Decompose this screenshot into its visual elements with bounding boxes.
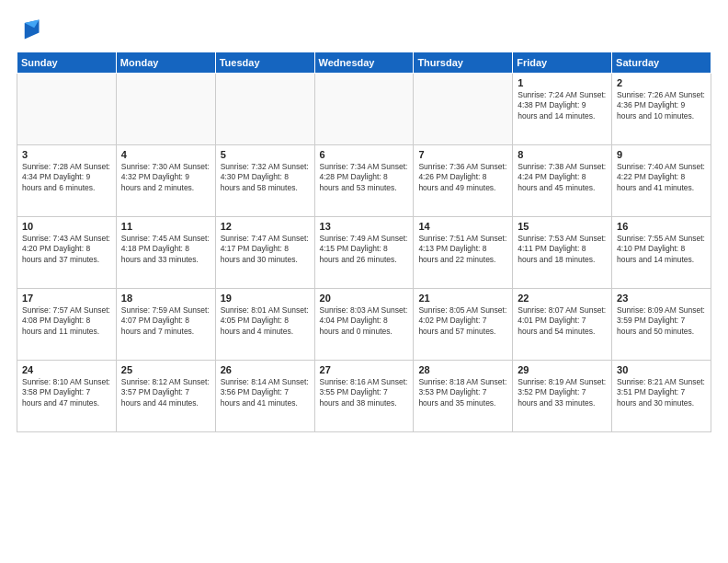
calendar-cell: 15Sunrise: 7:53 AM Sunset: 4:11 PM Dayli…	[513, 217, 612, 289]
day-info: Sunrise: 7:24 AM Sunset: 4:38 PM Dayligh…	[518, 90, 607, 121]
weekday-header-row: SundayMondayTuesdayWednesdayThursdayFrid…	[17, 52, 711, 74]
calendar-cell: 5Sunrise: 7:32 AM Sunset: 4:30 PM Daylig…	[215, 145, 314, 217]
calendar-cell: 25Sunrise: 8:12 AM Sunset: 3:57 PM Dayli…	[116, 361, 215, 432]
day-info: Sunrise: 8:01 AM Sunset: 4:05 PM Dayligh…	[221, 305, 310, 337]
day-info: Sunrise: 8:07 AM Sunset: 4:01 PM Dayligh…	[518, 305, 607, 337]
calendar-cell: 23Sunrise: 8:09 AM Sunset: 3:59 PM Dayli…	[612, 289, 711, 361]
day-number: 9	[617, 149, 706, 160]
calendar-cell: 17Sunrise: 7:57 AM Sunset: 4:08 PM Dayli…	[17, 289, 117, 361]
day-info: Sunrise: 8:18 AM Sunset: 3:53 PM Dayligh…	[418, 377, 507, 408]
day-number: 7	[418, 149, 507, 160]
calendar-cell: 18Sunrise: 7:59 AM Sunset: 4:07 PM Dayli…	[116, 289, 215, 361]
calendar-cell: 13Sunrise: 7:49 AM Sunset: 4:15 PM Dayli…	[314, 217, 414, 289]
calendar-cell: 21Sunrise: 8:05 AM Sunset: 4:02 PM Dayli…	[414, 289, 513, 361]
day-number: 25	[121, 364, 210, 375]
header	[17, 17, 711, 42]
day-number: 5	[221, 149, 310, 160]
calendar-cell: 1Sunrise: 7:24 AM Sunset: 4:38 PM Daylig…	[513, 74, 612, 145]
day-info: Sunrise: 7:34 AM Sunset: 4:28 PM Dayligh…	[320, 162, 409, 193]
day-info: Sunrise: 7:28 AM Sunset: 4:34 PM Dayligh…	[22, 162, 111, 193]
calendar-week-row: 1Sunrise: 7:24 AM Sunset: 4:38 PM Daylig…	[17, 74, 711, 145]
day-info: Sunrise: 8:12 AM Sunset: 3:57 PM Dayligh…	[121, 377, 210, 408]
day-number: 18	[121, 293, 210, 304]
calendar-week-row: 17Sunrise: 7:57 AM Sunset: 4:08 PM Dayli…	[17, 289, 711, 361]
calendar-cell: 11Sunrise: 7:45 AM Sunset: 4:18 PM Dayli…	[116, 217, 215, 289]
calendar-cell: 14Sunrise: 7:51 AM Sunset: 4:13 PM Dayli…	[414, 217, 513, 289]
day-info: Sunrise: 7:47 AM Sunset: 4:17 PM Dayligh…	[221, 234, 310, 265]
day-info: Sunrise: 7:55 AM Sunset: 4:10 PM Dayligh…	[617, 234, 706, 265]
day-number: 3	[22, 149, 111, 160]
day-info: Sunrise: 8:03 AM Sunset: 4:04 PM Dayligh…	[320, 305, 409, 337]
day-info: Sunrise: 7:26 AM Sunset: 4:36 PM Dayligh…	[617, 90, 706, 121]
calendar-cell: 8Sunrise: 7:38 AM Sunset: 4:24 PM Daylig…	[513, 145, 612, 217]
calendar-table: SundayMondayTuesdayWednesdayThursdayFrid…	[17, 52, 711, 432]
day-info: Sunrise: 7:45 AM Sunset: 4:18 PM Dayligh…	[121, 234, 210, 265]
calendar-cell	[17, 74, 117, 145]
logo	[17, 17, 46, 42]
logo-icon	[17, 17, 42, 42]
calendar-cell: 9Sunrise: 7:40 AM Sunset: 4:22 PM Daylig…	[612, 145, 711, 217]
calendar-cell: 16Sunrise: 7:55 AM Sunset: 4:10 PM Dayli…	[612, 217, 711, 289]
day-info: Sunrise: 8:10 AM Sunset: 3:58 PM Dayligh…	[22, 377, 111, 408]
day-number: 2	[617, 77, 706, 88]
day-number: 14	[418, 221, 507, 232]
day-info: Sunrise: 8:05 AM Sunset: 4:02 PM Dayligh…	[418, 305, 507, 337]
calendar-cell: 19Sunrise: 8:01 AM Sunset: 4:05 PM Dayli…	[215, 289, 314, 361]
day-number: 13	[320, 221, 409, 232]
day-info: Sunrise: 7:32 AM Sunset: 4:30 PM Dayligh…	[221, 162, 310, 193]
day-number: 19	[221, 293, 310, 304]
day-info: Sunrise: 7:40 AM Sunset: 4:22 PM Dayligh…	[617, 162, 706, 193]
day-info: Sunrise: 8:14 AM Sunset: 3:56 PM Dayligh…	[221, 377, 310, 408]
calendar-cell	[314, 74, 414, 145]
weekday-header: Monday	[116, 52, 215, 74]
weekday-header: Sunday	[17, 52, 117, 74]
day-number: 30	[617, 364, 706, 375]
calendar-cell: 4Sunrise: 7:30 AM Sunset: 4:32 PM Daylig…	[116, 145, 215, 217]
day-number: 10	[22, 221, 111, 232]
weekday-header: Thursday	[414, 52, 513, 74]
day-number: 11	[121, 221, 210, 232]
day-info: Sunrise: 7:36 AM Sunset: 4:26 PM Dayligh…	[418, 162, 507, 193]
day-number: 27	[320, 364, 409, 375]
day-info: Sunrise: 8:21 AM Sunset: 3:51 PM Dayligh…	[617, 377, 706, 408]
calendar-cell: 2Sunrise: 7:26 AM Sunset: 4:36 PM Daylig…	[612, 74, 711, 145]
calendar-cell: 3Sunrise: 7:28 AM Sunset: 4:34 PM Daylig…	[17, 145, 117, 217]
day-number: 22	[518, 293, 607, 304]
day-number: 15	[518, 221, 607, 232]
day-info: Sunrise: 7:49 AM Sunset: 4:15 PM Dayligh…	[320, 234, 409, 265]
weekday-header: Saturday	[612, 52, 711, 74]
weekday-header: Tuesday	[215, 52, 314, 74]
day-number: 23	[617, 293, 706, 304]
calendar-cell	[116, 74, 215, 145]
page: SundayMondayTuesdayWednesdayThursdayFrid…	[0, 0, 728, 563]
calendar-cell: 26Sunrise: 8:14 AM Sunset: 3:56 PM Dayli…	[215, 361, 314, 432]
calendar-week-row: 24Sunrise: 8:10 AM Sunset: 3:58 PM Dayli…	[17, 361, 711, 432]
calendar-week-row: 3Sunrise: 7:28 AM Sunset: 4:34 PM Daylig…	[17, 145, 711, 217]
calendar-cell: 30Sunrise: 8:21 AM Sunset: 3:51 PM Dayli…	[612, 361, 711, 432]
day-info: Sunrise: 7:43 AM Sunset: 4:20 PM Dayligh…	[22, 234, 111, 265]
calendar-cell: 22Sunrise: 8:07 AM Sunset: 4:01 PM Dayli…	[513, 289, 612, 361]
day-info: Sunrise: 8:16 AM Sunset: 3:55 PM Dayligh…	[320, 377, 409, 408]
day-info: Sunrise: 7:53 AM Sunset: 4:11 PM Dayligh…	[518, 234, 607, 265]
calendar-cell: 28Sunrise: 8:18 AM Sunset: 3:53 PM Dayli…	[414, 361, 513, 432]
day-info: Sunrise: 7:59 AM Sunset: 4:07 PM Dayligh…	[121, 305, 210, 337]
day-number: 26	[221, 364, 310, 375]
calendar-cell	[414, 74, 513, 145]
calendar-cell: 7Sunrise: 7:36 AM Sunset: 4:26 PM Daylig…	[414, 145, 513, 217]
day-info: Sunrise: 7:57 AM Sunset: 4:08 PM Dayligh…	[22, 305, 111, 337]
day-number: 4	[121, 149, 210, 160]
day-number: 8	[518, 149, 607, 160]
day-number: 12	[221, 221, 310, 232]
day-number: 6	[320, 149, 409, 160]
day-number: 28	[418, 364, 507, 375]
calendar-cell: 20Sunrise: 8:03 AM Sunset: 4:04 PM Dayli…	[314, 289, 414, 361]
day-number: 29	[518, 364, 607, 375]
day-number: 16	[617, 221, 706, 232]
calendar-week-row: 10Sunrise: 7:43 AM Sunset: 4:20 PM Dayli…	[17, 217, 711, 289]
calendar-cell: 29Sunrise: 8:19 AM Sunset: 3:52 PM Dayli…	[513, 361, 612, 432]
weekday-header: Friday	[513, 52, 612, 74]
day-number: 21	[418, 293, 507, 304]
calendar-cell: 12Sunrise: 7:47 AM Sunset: 4:17 PM Dayli…	[215, 217, 314, 289]
day-number: 1	[518, 77, 607, 88]
day-info: Sunrise: 8:09 AM Sunset: 3:59 PM Dayligh…	[617, 305, 706, 337]
